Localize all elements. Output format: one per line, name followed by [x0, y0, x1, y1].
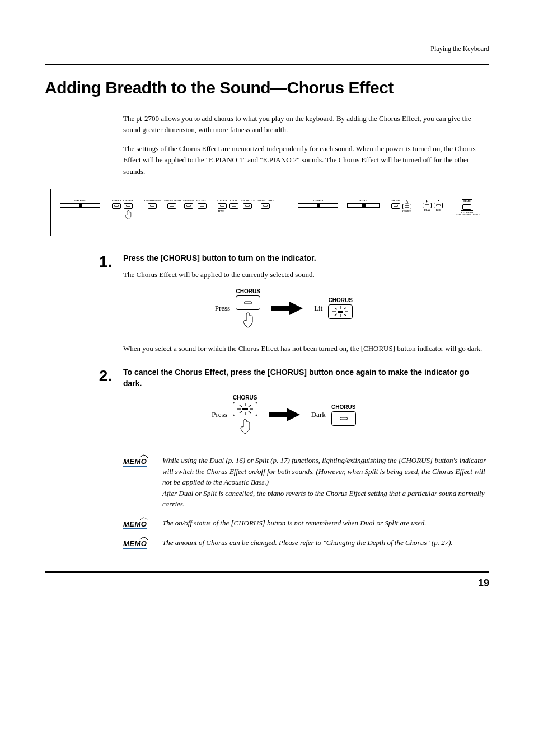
metronome-button: [402, 204, 411, 209]
footer-rule: [45, 571, 489, 573]
memo-2-text: The on/off status of the [CHORUS] button…: [162, 518, 427, 529]
strings-button: [218, 203, 227, 209]
volume-slider: [60, 203, 100, 208]
tempo-label: TEMPO: [298, 199, 338, 202]
svg-line-14: [240, 405, 242, 407]
svg-line-6: [344, 308, 346, 309]
chorus-button-press-2: [233, 402, 257, 416]
light-label: LIGHT: [455, 214, 461, 216]
dark-label: Dark: [311, 410, 326, 419]
epiano2-button: [198, 203, 207, 209]
play-label: PLAY: [424, 209, 430, 212]
chorus-button-lit: [328, 304, 353, 319]
lit-indicator-icon: [330, 306, 350, 318]
epiano2-label: E.PIANO 2: [196, 199, 208, 202]
harpsi-button: [261, 203, 270, 209]
memo-icon: MEMO: [123, 537, 153, 549]
volume-label: VOLUME: [60, 199, 100, 202]
memo-2: MEMO The on/off status of the [CHORUS] b…: [123, 518, 489, 529]
onoff-label: ON/OFF: [402, 210, 411, 213]
svg-rect-0: [338, 311, 343, 313]
grand-piano-label: GRAND PIANO: [144, 199, 161, 202]
step-1-text1: The Chorus Effect will be applied to the…: [123, 269, 489, 280]
chorus-on-diagram: Press CHORUS Lit CHORUS: [215, 288, 353, 328]
demo-label: DEMO: [462, 199, 472, 203]
beat-slider: [347, 203, 380, 208]
reverb-label: REVERB: [112, 199, 121, 202]
step-1-number: 1.: [45, 253, 123, 270]
chorus-button-dark: [331, 411, 356, 426]
eye-icon: [139, 516, 149, 522]
lit-label: Lit: [314, 304, 322, 313]
memo-1: MEMO While using the Dual (p. 16) or Spl…: [123, 455, 489, 510]
press-label-1: Press: [215, 304, 230, 313]
rec-button: [434, 203, 443, 208]
grand-piano-button: [148, 203, 157, 209]
chorus-title-2r: CHORUS: [331, 404, 355, 410]
chorus-title-1l: CHORUS: [236, 288, 260, 294]
heavy-label: HEAVY: [473, 214, 480, 216]
strings-label: STRINGS: [217, 199, 227, 202]
keyboard-panel-diagram: VOLUME REVERB CHORUS GRAND PIANO UPRIGHT…: [50, 189, 489, 236]
step-1: 1. Press the [CHORUS] button to turn on …: [45, 253, 489, 362]
tempo-slider: [298, 203, 338, 208]
memo-3: MEMO The amount of Chorus can be changed…: [123, 537, 489, 549]
section-header: Playing the Keyboard: [45, 45, 489, 53]
arrow-icon: [268, 407, 301, 422]
hand-icon: [124, 210, 132, 220]
epiano1-button: [184, 203, 193, 209]
svg-rect-9: [242, 408, 248, 410]
memo-icon: MEMO: [123, 455, 153, 467]
memo-3-text: The amount of Chorus can be changed. Ple…: [162, 537, 453, 548]
play-button: [423, 203, 432, 208]
chorus-off-diagram: Press CHORUS: [212, 395, 355, 435]
svg-line-16: [240, 411, 242, 413]
step-2: 2. To cancel the Chorus Effect, press th…: [45, 367, 489, 449]
chorus-button-panel: [124, 203, 133, 209]
tone-label: TONE: [216, 210, 226, 213]
sound-label: SOUND: [392, 199, 400, 202]
step-1-head: Press the [CHORUS] button to turn on the…: [123, 253, 489, 264]
step-2-head: To cancel the Chorus Effect, press the […: [123, 367, 489, 389]
pipe-organ-button: [243, 203, 252, 209]
hand-icon: [241, 312, 255, 328]
svg-line-5: [335, 308, 337, 309]
choir-label: CHOIR: [230, 199, 238, 202]
chorus-button-press-1: [236, 295, 260, 310]
page-number: 19: [45, 577, 489, 589]
reverb-button: [112, 203, 121, 209]
memo-1-text: While using the Dual (p. 16) or Split (p…: [162, 455, 489, 510]
metronome-icon: [404, 199, 410, 204]
beat-label: BEAT: [347, 199, 380, 202]
medium-label: MEDIUM: [462, 214, 471, 216]
eye-icon: [139, 536, 149, 541]
pipe-organ-label: PIPE ORGAN: [241, 199, 255, 202]
hand-icon: [238, 418, 252, 435]
header-rule: [45, 64, 489, 65]
upright-piano-button: [167, 203, 176, 209]
chorus-title-1r: CHORUS: [329, 297, 353, 303]
intro-paragraph-1: The pt-2700 allows you to add chorus to …: [123, 113, 489, 135]
sound-button: [391, 203, 400, 209]
svg-line-17: [249, 411, 251, 413]
demo-button: [462, 204, 471, 210]
choir-button: [229, 203, 238, 209]
harpsi-label: HARPSI CHORD: [257, 199, 274, 202]
step-1-text2: When you select a sound for which the Ch…: [123, 343, 489, 354]
rec-label: REC: [436, 209, 441, 212]
chorus-title-2l: CHORUS: [233, 395, 257, 401]
intro-paragraph-2: The settings of the Chorus Effect are me…: [123, 143, 489, 177]
chorus-label: CHORUS: [123, 199, 133, 202]
svg-line-8: [344, 314, 346, 316]
page-title: Adding Breadth to the Sound—Chorus Effec…: [45, 78, 489, 97]
press-label-2: Press: [212, 410, 227, 419]
arrow-icon: [270, 301, 304, 316]
memo-icon: MEMO: [123, 518, 153, 529]
upright-piano-label: UPRIGHT PIANO: [163, 199, 181, 202]
svg-line-7: [335, 314, 337, 316]
epiano1-label: E.PIANO 1: [183, 199, 194, 202]
eye-icon: [139, 453, 149, 459]
lit-indicator-icon: [235, 403, 255, 415]
svg-line-15: [249, 405, 251, 407]
step-2-number: 2.: [45, 367, 123, 384]
